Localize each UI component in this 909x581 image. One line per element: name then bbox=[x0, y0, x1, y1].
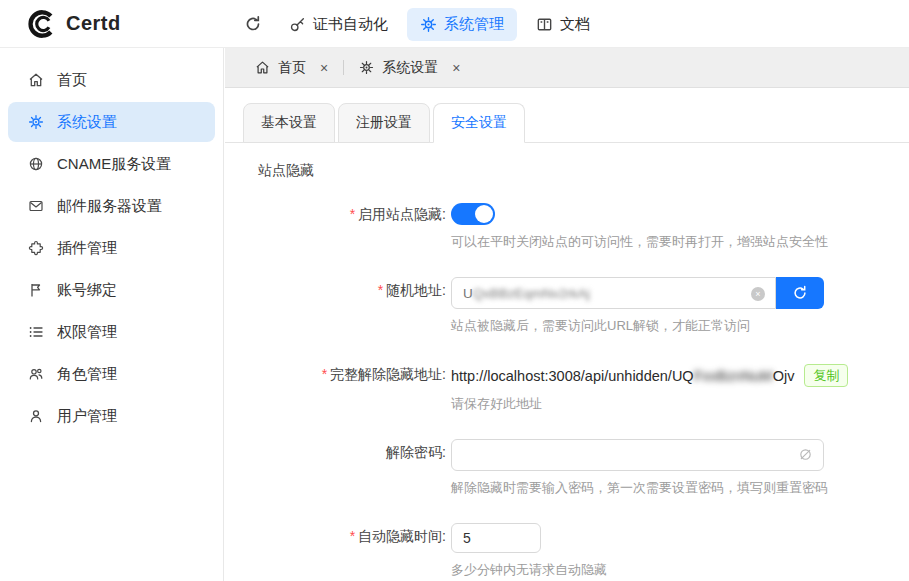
sidebar-item-cname-settings[interactable]: CNAME服务设置 bbox=[8, 144, 215, 184]
sidebar-item-home[interactable]: 首页 bbox=[8, 60, 215, 100]
refresh-button[interactable] bbox=[236, 7, 270, 41]
settings-tabs: 基本设置 注册设置 安全设置 bbox=[225, 88, 909, 143]
sidebar-item-label: 账号绑定 bbox=[57, 281, 117, 300]
toggle-knob bbox=[475, 205, 493, 223]
field-helper: 多少分钟内无请求自动隐藏 bbox=[451, 561, 607, 579]
nav-item-label: 系统管理 bbox=[444, 15, 504, 34]
form-row-full-unhide-url: *完整解除隐藏地址: http://localhost:3008/api/unh… bbox=[225, 361, 909, 413]
enable-site-hide-toggle[interactable] bbox=[451, 203, 495, 225]
flag-icon bbox=[28, 282, 44, 298]
sidebar-item-plugin-management[interactable]: 插件管理 bbox=[8, 228, 215, 268]
sidebar-item-account-binding[interactable]: 账号绑定 bbox=[8, 270, 215, 310]
unhide-url-suffix: Ojv bbox=[773, 368, 795, 384]
tab-basic-settings[interactable]: 基本设置 bbox=[243, 103, 335, 143]
required-mark: * bbox=[322, 366, 327, 382]
required-mark: * bbox=[350, 206, 355, 222]
gear-icon bbox=[28, 114, 44, 130]
sidebar-item-mail-server-settings[interactable]: 邮件服务器设置 bbox=[8, 186, 215, 226]
tab-register-settings[interactable]: 注册设置 bbox=[338, 103, 430, 143]
app-logo: Certd bbox=[26, 9, 121, 39]
sidebar-item-label: 邮件服务器设置 bbox=[57, 197, 162, 216]
close-icon[interactable]: × bbox=[452, 61, 460, 75]
sidebar-item-label: 角色管理 bbox=[57, 365, 117, 384]
tab-divider bbox=[343, 60, 344, 75]
sidebar-item-label: 权限管理 bbox=[57, 323, 117, 342]
book-icon bbox=[536, 16, 553, 33]
unhide-url-censored: FxxBznNuM bbox=[694, 368, 773, 384]
tab-security-settings[interactable]: 安全设置 bbox=[433, 103, 525, 143]
nav-item-label: 文档 bbox=[560, 15, 590, 34]
refresh-icon bbox=[792, 285, 808, 301]
field-label: *随机地址: bbox=[225, 277, 446, 335]
refresh-icon bbox=[244, 15, 262, 33]
sidebar-item-label: CNAME服务设置 bbox=[57, 155, 171, 174]
gear-icon bbox=[420, 16, 437, 33]
plugin-icon bbox=[28, 240, 44, 256]
page-tabbar: 首页 × 系统设置 × bbox=[225, 48, 909, 88]
unhide-url-prefix: http://localhost:3008/api/unhidden/UQ bbox=[451, 368, 694, 384]
unhide-password-input[interactable] bbox=[451, 439, 824, 471]
eye-invisible-icon[interactable] bbox=[798, 447, 813, 462]
sidebar-item-label: 首页 bbox=[57, 71, 87, 90]
page-tab-home[interactable]: 首页 × bbox=[255, 59, 328, 77]
user-icon bbox=[28, 408, 44, 424]
page-tab-system-settings[interactable]: 系统设置 × bbox=[359, 59, 460, 77]
section-title-site-hide: 站点隐藏 bbox=[258, 162, 909, 180]
app-title: Certd bbox=[66, 12, 121, 35]
home-icon bbox=[255, 60, 270, 75]
sidebar-item-permission-management[interactable]: 权限管理 bbox=[8, 312, 215, 352]
gear-icon bbox=[359, 60, 374, 75]
app-root: Certd 证书自动化 bbox=[0, 0, 909, 581]
sidebar-item-role-management[interactable]: 角色管理 bbox=[8, 354, 215, 394]
globe-icon bbox=[28, 156, 44, 172]
random-address-input[interactable]: UQxBBzEqmNv2rkAj × bbox=[451, 277, 776, 309]
nav-item-label: 证书自动化 bbox=[313, 15, 388, 34]
field-helper: 站点被隐藏后，需要访问此URL解锁，才能正常访问 bbox=[451, 317, 824, 335]
content-area: 基本设置 注册设置 安全设置 站点隐藏 *启用站点隐藏: 可以在平时关闭站点的可… bbox=[225, 88, 909, 581]
field-helper: 请保存好此地址 bbox=[451, 395, 848, 413]
certd-logo-icon bbox=[26, 9, 56, 39]
field-helper: 可以在平时关闭站点的可访问性，需要时再打开，增强站点安全性 bbox=[451, 233, 828, 251]
clear-circle-icon[interactable]: × bbox=[751, 287, 765, 301]
nav-item-docs[interactable]: 文档 bbox=[523, 8, 603, 41]
random-address-value-censored: QxBBzEqmNv2rkAj bbox=[473, 286, 590, 301]
field-label: *自动隐藏时间: bbox=[225, 523, 446, 579]
list-icon bbox=[28, 324, 44, 340]
field-label: *启用站点隐藏: bbox=[225, 201, 446, 251]
close-icon[interactable]: × bbox=[320, 61, 328, 75]
form-row-enable-hide: *启用站点隐藏: 可以在平时关闭站点的可访问性，需要时再打开，增强站点安全性 bbox=[225, 201, 909, 251]
sidebar-item-user-management[interactable]: 用户管理 bbox=[8, 396, 215, 436]
regenerate-address-button[interactable] bbox=[776, 277, 824, 309]
field-helper: 解除隐藏时需要输入密码，第一次需要设置密码，填写则重置密码 bbox=[451, 479, 828, 497]
page-tab-label: 系统设置 bbox=[382, 59, 438, 77]
security-settings-form: 站点隐藏 *启用站点隐藏: 可以在平时关闭站点的可访问性，需要时再打开，增强站点… bbox=[225, 143, 909, 579]
app-header: Certd 证书自动化 bbox=[0, 0, 909, 48]
form-row-auto-hide-time: *自动隐藏时间: 多少分钟内无请求自动隐藏 bbox=[225, 523, 909, 579]
mail-icon bbox=[28, 198, 44, 214]
sidebar-item-label: 插件管理 bbox=[57, 239, 117, 258]
nav-item-cert-automation[interactable]: 证书自动化 bbox=[276, 8, 401, 41]
field-label: *完整解除隐藏地址: bbox=[225, 361, 446, 413]
copy-button[interactable]: 复制 bbox=[804, 364, 848, 387]
random-address-value-visible: U bbox=[463, 286, 473, 301]
required-mark: * bbox=[350, 528, 355, 544]
nav-item-system-management[interactable]: 系统管理 bbox=[407, 8, 517, 41]
form-row-random-address: *随机地址: UQxBBzEqmNv2rkAj × bbox=[225, 277, 909, 335]
field-label: 解除密码: bbox=[225, 439, 446, 497]
form-row-unhide-password: 解除密码: 解除隐藏时需要输入密码，第一次需要设置密码，填写则重置密码 bbox=[225, 439, 909, 497]
key-icon bbox=[289, 16, 306, 33]
sidebar: 首页 系统设置 CNAME服务设置 bbox=[0, 48, 224, 581]
team-icon bbox=[28, 366, 44, 382]
home-icon bbox=[28, 72, 44, 88]
sidebar-item-label: 系统设置 bbox=[57, 113, 117, 132]
auto-hide-time-input[interactable] bbox=[451, 523, 541, 553]
sidebar-item-label: 用户管理 bbox=[57, 407, 117, 426]
required-mark: * bbox=[378, 282, 383, 298]
top-nav: 证书自动化 系统管理 bbox=[236, 0, 603, 48]
sidebar-item-system-settings[interactable]: 系统设置 bbox=[8, 102, 215, 142]
page-tab-label: 首页 bbox=[278, 59, 306, 77]
